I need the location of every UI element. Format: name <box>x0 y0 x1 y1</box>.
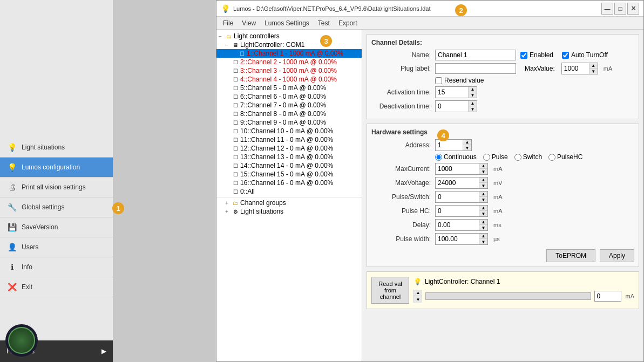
deactivation-time-spinner[interactable]: ▲ ▼ <box>435 100 477 112</box>
pulse-switch-up-btn[interactable]: ▲ <box>479 192 487 197</box>
deactivation-time-input[interactable] <box>436 101 468 112</box>
tree-channel-10[interactable]: ☐ 10::Channel 10 - 0 mA @ 0.00% <box>216 127 362 135</box>
sidebar-item-light-situations[interactable]: 💡 Light situations <box>0 138 113 158</box>
progress-down-btn[interactable]: ▼ <box>413 296 422 303</box>
tree-label-channel-6: 6::Channel 6 - 0 mA @ 0.00% <box>240 93 326 100</box>
tree-channel-11[interactable]: ☐ 11::Channel 11 - 0 mA @ 0.00% <box>216 135 362 144</box>
resend-checkbox[interactable] <box>435 77 442 84</box>
pulse-hc-input[interactable] <box>436 206 479 216</box>
sidebar-item-save-version[interactable]: 💾 SaveVersion <box>0 217 113 237</box>
pulse-hc-up-btn[interactable]: ▲ <box>479 206 487 211</box>
close-button[interactable]: ✕ <box>627 3 639 15</box>
delay-down-btn[interactable]: ▼ <box>479 225 487 230</box>
pulse-hc-row: Pulse HC: ▲ ▼ mA <box>371 205 634 217</box>
name-input[interactable] <box>435 50 516 60</box>
address-up-btn[interactable]: ▲ <box>463 140 471 145</box>
max-current-up-btn[interactable]: ▲ <box>479 163 487 169</box>
sidebar-item-lumos-config[interactable]: 💡 Lumos configuration <box>0 158 113 177</box>
deactivation-time-down-btn[interactable]: ▼ <box>468 106 477 112</box>
pulse-width-input[interactable] <box>436 234 479 244</box>
tree-channel-2[interactable]: ☐ 2::Channel 2 - 1000 mA @ 0.00% <box>216 58 362 66</box>
address-down-btn[interactable]: ▼ <box>463 145 471 151</box>
tree-channel-4[interactable]: ☐ 4::Channel 4 - 1000 mA @ 0.00% <box>216 75 362 84</box>
tree-channel-groups[interactable]: + 🗂 Channel groups <box>216 199 362 207</box>
folder-icon-root: 🗂 <box>225 32 233 40</box>
max-value-spinner[interactable]: ▲ ▼ <box>561 63 598 74</box>
menu-export[interactable]: Export <box>334 18 362 28</box>
max-value-down-btn[interactable]: ▼ <box>589 69 598 74</box>
progress-up-btn[interactable]: ▲ <box>413 290 422 296</box>
activation-time-input[interactable] <box>436 87 468 98</box>
functions-arrow-icon: ▶ <box>101 347 106 355</box>
tree-light-situations[interactable]: + ⚙ Light situations <box>216 207 362 216</box>
enabled-checkbox[interactable] <box>520 52 527 59</box>
read-val-button[interactable]: Read val from channel <box>371 277 409 304</box>
sidebar-item-global-settings[interactable]: 🔧 Global settings <box>0 197 113 217</box>
maximize-button[interactable]: □ <box>614 3 626 15</box>
pulse-switch-input[interactable] <box>436 192 479 202</box>
plug-label-input[interactable] <box>435 63 516 74</box>
max-voltage-up-btn[interactable]: ▲ <box>479 177 487 183</box>
minimize-button[interactable]: — <box>601 3 613 15</box>
radio-pulsehc[interactable] <box>548 154 555 161</box>
progress-value-input[interactable] <box>594 291 621 302</box>
resend-checkbox-item: Resend value <box>435 77 484 84</box>
tree-channel-13[interactable]: ☐ 13::Channel 13 - 0 mA @ 0.00% <box>216 153 362 161</box>
menu-test[interactable]: Test <box>314 18 334 28</box>
tree-channel-9[interactable]: ☐ 9::Channel 9 - 0 mA @ 0.00% <box>216 118 362 127</box>
tree-channel-14[interactable]: ☐ 14::Channel 14 - 0 mA @ 0.00% <box>216 161 362 170</box>
max-voltage-input[interactable] <box>436 177 479 188</box>
tree-root-light-controllers[interactable]: − 🗂 Light controllers <box>216 32 362 40</box>
tree-channel-6[interactable]: ☐ 6::Channel 6 - 0 mA @ 0.00% <box>216 92 362 101</box>
toeprom-button[interactable]: ToEPROM <box>546 249 595 262</box>
deactivation-time-up-btn[interactable]: ▲ <box>468 101 477 106</box>
radio-continuous[interactable] <box>435 154 442 161</box>
tree-channel-16[interactable]: ☐ 16::Channel 16 - 0 mA @ 0.00% <box>216 179 362 187</box>
max-voltage-down-btn[interactable]: ▼ <box>479 183 487 188</box>
delay-input[interactable] <box>436 220 479 230</box>
pulse-hc-down-btn[interactable]: ▼ <box>479 211 487 216</box>
menu-view[interactable]: View <box>238 18 260 28</box>
activation-time-spinner[interactable]: ▲ ▼ <box>435 86 477 98</box>
pulse-switch-spinner[interactable]: ▲ ▼ <box>435 191 488 203</box>
max-voltage-label: MaxVoltage: <box>371 179 431 187</box>
max-current-down-btn[interactable]: ▼ <box>479 169 487 174</box>
address-input[interactable] <box>436 140 463 151</box>
delay-up-btn[interactable]: ▲ <box>479 220 487 225</box>
radio-switch[interactable] <box>514 154 521 161</box>
tree-channel-15[interactable]: ☐ 15::Channel 15 - 0 mA @ 0.00% <box>216 170 362 179</box>
tree-controller-com1[interactable]: − 🖥 LightController: COM1 <box>216 40 362 49</box>
sidebar-item-users[interactable]: 👤 Users <box>0 237 113 257</box>
sidebar-item-info[interactable]: ℹ Info <box>0 257 113 277</box>
deactivation-time-label: Deactivation time: <box>371 103 431 110</box>
tree-channel-7[interactable]: ☐ 7::Channel 7 - 0 mA @ 0.00% <box>216 101 362 110</box>
tree-channel-all[interactable]: ☐ 0::All <box>216 187 362 196</box>
delay-row: Delay: ▲ ▼ ms <box>371 219 634 231</box>
radio-pulse[interactable] <box>483 154 490 161</box>
tree-label-channel-10: 10::Channel 10 - 0 mA @ 0.00% <box>240 127 333 135</box>
tree-channel-3[interactable]: ☐ 3::Channel 3 - 1000 mA @ 0.00% <box>216 66 362 75</box>
delay-spinner[interactable]: ▲ ▼ <box>435 219 488 231</box>
max-current-input[interactable] <box>436 163 479 174</box>
pulse-width-down-btn[interactable]: ▼ <box>479 239 487 244</box>
max-value-input[interactable] <box>562 63 589 74</box>
pulse-switch-down-btn[interactable]: ▼ <box>479 197 487 202</box>
tree-channel-12[interactable]: ☐ 12::Channel 12 - 0 mA @ 0.00% <box>216 144 362 153</box>
tree-channel-8[interactable]: ☐ 8::Channel 8 - 0 mA @ 0.00% <box>216 110 362 118</box>
auto-turnoff-checkbox[interactable] <box>562 52 569 59</box>
pulse-width-spinner[interactable]: ▲ ▼ <box>435 233 488 245</box>
max-value-up-btn[interactable]: ▲ <box>589 63 598 69</box>
sidebar-item-exit[interactable]: ❌ Exit <box>0 277 113 297</box>
apply-button[interactable]: Apply <box>600 249 634 262</box>
activation-time-up-btn[interactable]: ▲ <box>468 87 477 92</box>
max-current-spinner[interactable]: ▲ ▼ <box>435 163 488 175</box>
tree-channel-5[interactable]: ☐ 5::Channel 5 - 0 mA @ 0.00% <box>216 84 362 92</box>
max-voltage-spinner[interactable]: ▲ ▼ <box>435 177 488 189</box>
activation-time-down-btn[interactable]: ▼ <box>468 92 477 98</box>
tree-channel-1[interactable]: ☐ 1::Channel 1 - 1000 mA @ 0.00% <box>216 49 362 58</box>
pulse-width-up-btn[interactable]: ▲ <box>479 234 487 239</box>
menu-file[interactable]: File <box>219 18 238 28</box>
sidebar-item-print-vision[interactable]: 🖨 Print all vision settings <box>0 177 113 197</box>
menu-lumos-settings[interactable]: Lumos Settings <box>260 18 314 28</box>
pulse-hc-spinner[interactable]: ▲ ▼ <box>435 205 488 217</box>
